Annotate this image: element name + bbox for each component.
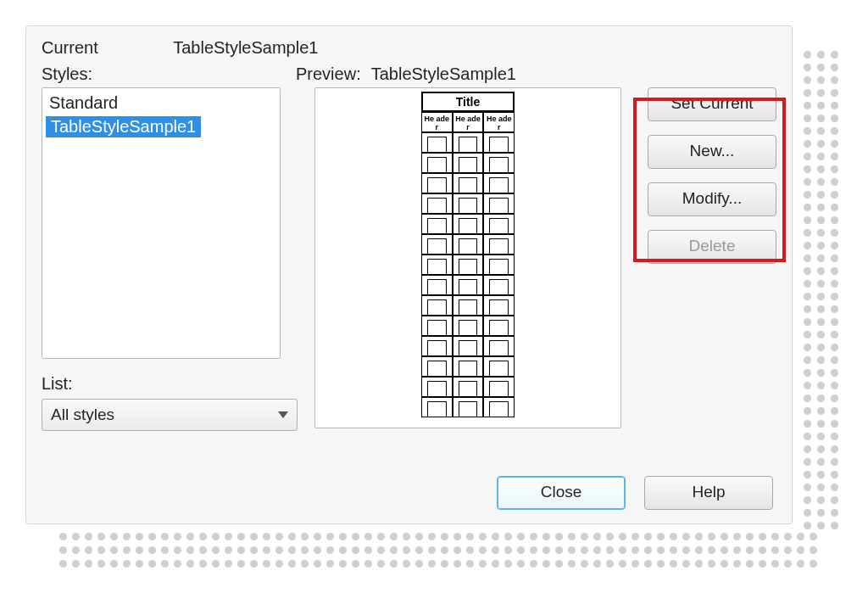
styles-listbox[interactable]: Standard TableStyleSample1 xyxy=(42,87,281,359)
help-button[interactable]: Help xyxy=(644,476,773,510)
preview-box: Title He ade r He ade r He ade r xyxy=(314,87,621,428)
new-button[interactable]: New... xyxy=(648,135,776,169)
preview-header-cell: He ade r xyxy=(453,112,484,132)
list-label: List: xyxy=(42,374,298,394)
styles-label: Styles: xyxy=(42,64,296,84)
preview-name: TableStyleSample1 xyxy=(371,64,516,84)
set-current-button[interactable]: Set Current xyxy=(648,87,776,121)
preview-label: Preview: xyxy=(296,64,361,84)
current-label: Current xyxy=(42,38,169,58)
headers-row: Styles: Preview: TableStyleSample1 xyxy=(42,64,776,84)
current-row: Current TableStyleSample1 xyxy=(42,38,776,58)
close-button[interactable]: Close xyxy=(497,476,626,510)
list-combo[interactable]: All styles xyxy=(42,399,298,431)
table-style-dialog: Current TableStyleSample1 Styles: Previe… xyxy=(25,25,793,524)
preview-title: Title xyxy=(421,92,515,112)
preview-header-cell: He ade r xyxy=(421,112,453,132)
preview-table: Title He ade r He ade r He ade r xyxy=(421,92,515,428)
styles-item-tablestylesample1[interactable]: TableStyleSample1 xyxy=(46,116,201,137)
preview-header-cell: He ade r xyxy=(483,112,515,132)
chevron-down-icon xyxy=(278,411,288,418)
styles-item-standard[interactable]: Standard xyxy=(42,92,280,115)
current-value: TableStyleSample1 xyxy=(173,38,318,57)
delete-button: Delete xyxy=(648,230,776,264)
list-combo-value: All styles xyxy=(51,406,114,424)
modify-button[interactable]: Modify... xyxy=(648,182,776,216)
